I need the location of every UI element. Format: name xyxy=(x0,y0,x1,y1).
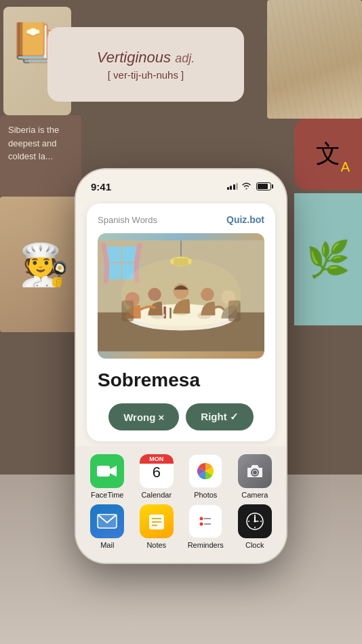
facetime-app[interactable]: FaceTime xyxy=(87,454,127,499)
calendar-month: MON xyxy=(140,454,174,464)
home-screen-icons: FaceTime MON 6 Calendar xyxy=(76,446,286,563)
reminders-label: Reminders xyxy=(188,541,224,549)
mail-label: Mail xyxy=(100,541,114,549)
svg-rect-25 xyxy=(97,466,110,477)
battery-icon xyxy=(256,182,271,190)
bg-vocab-word: Vertiginous adj. xyxy=(97,49,195,66)
quiz-card: Spanish Words Quiz.bot xyxy=(87,203,275,441)
status-icons xyxy=(227,182,272,192)
card-header: Spanish Words Quiz.bot xyxy=(98,214,264,225)
calendar-app[interactable]: MON 6 Calendar xyxy=(136,454,177,499)
clock-icon xyxy=(238,504,272,538)
right-button[interactable]: Right ✓ xyxy=(186,403,254,430)
bg-text-card: Siberia is the deepest and coldest la... xyxy=(0,115,81,197)
notes-label: Notes xyxy=(146,541,166,549)
card-illustration xyxy=(98,233,264,359)
clock-app[interactable]: Clock xyxy=(235,504,275,549)
facetime-icon xyxy=(90,454,124,488)
svg-point-24 xyxy=(121,258,241,330)
notes-app[interactable]: Notes xyxy=(136,504,177,549)
bg-vocab-pronunciation: [ ver-tij-uh-nuhs ] xyxy=(108,69,184,81)
reminders-app[interactable]: Reminders xyxy=(185,504,226,549)
bg-translate-icon: 文A xyxy=(294,119,362,190)
bg-texture-card xyxy=(267,0,362,119)
svg-marker-26 xyxy=(110,466,117,477)
bg-text-content: Siberia is the deepest and coldest la... xyxy=(8,123,73,163)
reminders-icon xyxy=(188,504,222,538)
card-category: Spanish Words xyxy=(98,215,157,225)
svg-point-38 xyxy=(200,523,203,526)
card-action-buttons: Wrong × Right ✓ xyxy=(98,403,264,430)
photos-icon xyxy=(188,454,222,488)
signal-icon xyxy=(227,183,239,190)
bg-cafe-card: 🧑‍🍳 xyxy=(0,197,88,332)
svg-point-36 xyxy=(200,517,203,521)
svg-point-35 xyxy=(197,513,214,529)
clock-label: Clock xyxy=(245,541,264,549)
photos-label: Photos xyxy=(194,491,217,499)
notes-icon xyxy=(140,504,174,538)
bg-vocab-card: Vertiginous adj. [ ver-tij-uh-nuhs ] xyxy=(47,27,244,102)
card-word: Sobremesa xyxy=(98,369,264,391)
app-icon-row-2: Mail Notes xyxy=(83,504,279,552)
app-icon-row-1: FaceTime MON 6 Calendar xyxy=(83,454,279,499)
bg-flower-card: 🌿 xyxy=(294,193,362,325)
camera-label: Camera xyxy=(241,491,268,499)
svg-point-47 xyxy=(254,521,256,523)
wifi-icon xyxy=(241,182,252,192)
iphone-frame: 9:41 Spanish Words Quiz.b xyxy=(76,169,286,563)
status-bar: 9:41 xyxy=(76,169,286,199)
wrong-button[interactable]: Wrong × xyxy=(108,403,179,430)
card-quizbot-label: Quiz.bot xyxy=(226,214,264,225)
calendar-label: Calendar xyxy=(141,491,172,499)
status-time: 9:41 xyxy=(91,181,111,193)
camera-app[interactable]: Camera xyxy=(235,454,275,499)
calendar-day: 6 xyxy=(153,465,161,480)
calendar-icon: MON 6 xyxy=(140,454,174,488)
mail-app[interactable]: Mail xyxy=(87,504,127,549)
mail-icon xyxy=(90,504,124,538)
svg-point-28 xyxy=(253,470,257,475)
photos-app[interactable]: Photos xyxy=(185,454,226,499)
camera-icon xyxy=(238,454,272,488)
facetime-label: FaceTime xyxy=(91,491,124,499)
